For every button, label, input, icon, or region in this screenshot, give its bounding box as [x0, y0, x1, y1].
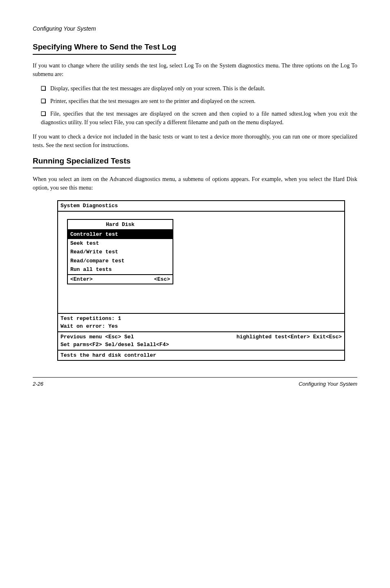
- page-footer: 2-26 Configuring Your System: [33, 377, 357, 388]
- list-item: ❑Display, specifies that the test messag…: [41, 84, 357, 93]
- list-item: ❑Printer, specifies that the test messag…: [41, 97, 357, 105]
- page-header: Configuring Your System: [33, 25, 357, 33]
- menu-item-seek-test[interactable]: Seek test: [68, 239, 173, 248]
- wait-on-error: Wait on error: Yes: [61, 322, 342, 331]
- list-text: File, specifies that the test messages a…: [41, 111, 357, 125]
- list-text: Printer, specifies that the test message…: [50, 98, 256, 104]
- list-marker: ❑: [41, 98, 50, 104]
- footer-chapter: Configuring Your System: [298, 380, 357, 388]
- submenu-footer-keys: <Enter> <Esc>: [68, 275, 173, 284]
- section2-intro: When you select an item on the Advanced …: [33, 175, 357, 192]
- section-title-specialized: Running Specialized Tests: [33, 155, 130, 169]
- log-options-list: ❑Display, specifies that the test messag…: [33, 84, 357, 127]
- menu-item-read-write-test[interactable]: Read/Write test: [68, 248, 173, 257]
- list-text: Display, specifies that the test message…: [50, 85, 265, 92]
- esc-key-hint: <Esc>: [154, 275, 170, 284]
- section-title-log: Specifying Where to Send the Test Log: [33, 41, 176, 55]
- menu-item-read-compare-test[interactable]: Read/compare test: [68, 257, 173, 266]
- list-marker: ❑: [41, 85, 50, 92]
- key-hint-prev-sel: Previous menu <Esc> Sel: [61, 333, 134, 341]
- terminal-screenshot: System Diagnostics Hard Disk Controller …: [57, 200, 345, 361]
- page-number: 2-26: [33, 380, 43, 388]
- terminal-title: System Diagnostics: [58, 201, 344, 212]
- key-hint-parms-desel: Set parms<F2> Sel/desel: [61, 342, 137, 348]
- section1-intro: If you want to change where the utility …: [33, 61, 357, 78]
- terminal-description: Tests the hard disk controller: [58, 351, 344, 360]
- section1-outro: If you want to check a device not includ…: [33, 132, 357, 150]
- terminal-key-hints: Previous menu <Esc> Sel highlighted test…: [58, 332, 344, 351]
- test-repetitions: Test repetitions: 1: [61, 315, 342, 323]
- submenu-items: Controller test Seek test Read/Write tes…: [68, 230, 173, 275]
- key-hint-selall: Selall<F4>: [137, 342, 169, 348]
- terminal-status-bar: Test repetitions: 1 Wait on error: Yes: [58, 314, 344, 332]
- submenu-title: Hard Disk: [68, 220, 173, 230]
- list-marker: ❑: [41, 111, 50, 117]
- terminal-main-area: Hard Disk Controller test Seek test Read…: [58, 212, 344, 314]
- menu-item-run-all-tests[interactable]: Run all tests: [68, 265, 173, 274]
- key-hint-enter-esc: highlighted test<Enter> Exit<Esc>: [237, 333, 342, 341]
- menu-item-controller-test[interactable]: Controller test: [68, 230, 173, 239]
- enter-key-hint: <Enter>: [70, 275, 93, 284]
- list-item: ❑File, specifies that the test messages …: [41, 110, 357, 127]
- hard-disk-submenu: Hard Disk Controller test Seek test Read…: [67, 219, 173, 285]
